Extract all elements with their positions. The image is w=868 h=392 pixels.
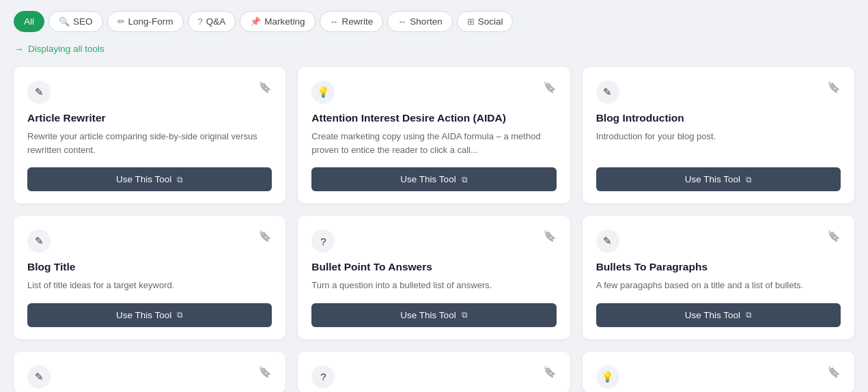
card-header-blog-introduction: ✎🔖 [596,81,841,104]
use-tool-btn-blog-introduction[interactable]: Use This Tool⧉ [596,167,841,191]
external-link-icon-bullet-point-answers: ⧉ [462,310,468,320]
bookmark-icon-blog-title[interactable]: 🔖 [258,229,272,242]
bookmark-icon-card7[interactable]: 🔖 [258,365,272,378]
use-tool-btn-bullet-point-answers[interactable]: Use This Tool⧉ [311,303,556,327]
external-link-icon-article-rewriter: ⧉ [177,175,183,184]
card-title-blog-title: Blog Title [27,261,272,273]
use-tool-label-blog-title: Use This Tool [116,310,171,320]
card-header-card7: ✎🔖 [27,365,272,389]
card-desc-blog-title: List of title ideas for a target keyword… [27,279,272,292]
use-tool-label-aida: Use This Tool [400,174,456,184]
use-tool-label-bullet-point-answers: Use This Tool [400,310,456,320]
card-question-icon: ? [311,365,335,389]
card-question-icon: ? [311,229,335,253]
tab-qa[interactable]: ?Q&A [188,11,236,32]
card-pencil-icon: ✎ [596,229,619,253]
card-header-bullet-point-answers: ?🔖 [311,229,556,253]
card-title-bullet-point-answers: Bullet Point To Answers [311,261,556,273]
arrow-icon: → [14,43,24,55]
tab-label-qa: Q&A [206,16,226,27]
tool-card-article-rewriter: ✎🔖Article RewriterRewrite your article c… [14,67,285,204]
card-bulb-icon: 💡 [311,81,335,104]
tab-label-all: All [24,16,34,27]
tab-icon-shorten: ↔ [397,16,406,27]
tab-icon-marketing: 📌 [250,16,261,27]
bookmark-icon-bullet-point-answers[interactable]: 🔖 [543,229,557,242]
card-title-article-rewriter: Article Rewriter [27,112,272,124]
tab-shorten[interactable]: ↔Shorten [387,11,452,32]
tab-icon-seo: 🔍 [59,16,70,27]
tool-card-card9: 💡🔖 [583,352,854,393]
tab-seo[interactable]: 🔍SEO [48,11,103,32]
bookmark-icon-bullets-to-paragraphs[interactable]: 🔖 [827,229,841,242]
tab-label-seo: SEO [73,16,93,27]
tool-card-bullets-to-paragraphs: ✎🔖Bullets To ParagraphsA few paragaphs b… [583,216,854,339]
card-title-bullets-to-paragraphs: Bullets To Paragraphs [596,261,841,273]
tool-card-card7: ✎🔖 [14,352,285,393]
tab-long-form[interactable]: ✏Long-Form [107,11,184,32]
tools-grid: ✎🔖Article RewriterRewrite your article c… [14,67,854,392]
tab-label-rewrite: Rewrite [342,16,374,27]
tool-card-blog-title: ✎🔖Blog TitleList of title ideas for a ta… [14,216,285,339]
tab-icon-long-form: ✏ [117,16,125,27]
use-tool-btn-aida[interactable]: Use This Tool⧉ [311,167,556,191]
tool-card-blog-introduction: ✎🔖Blog IntroductionIntroduction for your… [583,67,854,204]
card-desc-article-rewriter: Rewrite your article comparing side-by-s… [27,130,272,156]
tab-icon-qa: ? [198,16,203,27]
external-link-icon-bullets-to-paragraphs: ⧉ [746,310,752,320]
card-title-blog-introduction: Blog Introduction [596,112,841,124]
display-info-text: Displaying all tools [28,44,104,54]
use-tool-btn-blog-title[interactable]: Use This Tool⧉ [27,303,272,327]
bookmark-icon-article-rewriter[interactable]: 🔖 [258,81,272,94]
filter-tabs: All🔍SEO✏Long-Form?Q&A📌Marketing↔Rewrite↔… [14,11,854,32]
card-header-card8: ?🔖 [311,365,556,389]
card-header-blog-title: ✎🔖 [27,229,272,253]
tab-label-social: Social [478,16,503,27]
page-wrapper: All🔍SEO✏Long-Form?Q&A📌Marketing↔Rewrite↔… [0,0,868,392]
card-desc-aida: Create marketing copy using the AIDA for… [311,130,556,156]
card-header-aida: 💡🔖 [311,81,556,104]
tab-all[interactable]: All [14,11,44,32]
card-pencil-icon: ✎ [596,81,619,104]
bookmark-icon-card9[interactable]: 🔖 [827,365,841,378]
tab-rewrite[interactable]: ↔Rewrite [320,11,384,32]
tab-label-long-form: Long-Form [128,16,173,27]
card-header-bullets-to-paragraphs: ✎🔖 [596,229,841,253]
bookmark-icon-aida[interactable]: 🔖 [543,81,557,94]
display-info: → Displaying all tools [14,43,854,55]
tab-label-shorten: Shorten [410,16,442,27]
card-header-card9: 💡🔖 [596,365,841,389]
bookmark-icon-blog-introduction[interactable]: 🔖 [827,81,841,94]
use-tool-btn-article-rewriter[interactable]: Use This Tool⧉ [27,167,272,191]
card-header-article-rewriter: ✎🔖 [27,81,272,104]
card-pencil-icon: ✎ [27,81,51,104]
tab-icon-social: ⊞ [467,16,475,27]
card-desc-blog-introduction: Introduction for your blog post. [596,130,841,156]
use-tool-btn-bullets-to-paragraphs[interactable]: Use This Tool⧉ [596,303,841,327]
bookmark-icon-card8[interactable]: 🔖 [543,365,557,378]
tool-card-bullet-point-answers: ?🔖Bullet Point To AnswersTurn a question… [298,216,570,339]
card-bulb-icon: 💡 [596,365,619,389]
use-tool-label-bullets-to-paragraphs: Use This Tool [685,310,740,320]
tool-card-aida: 💡🔖Attention Interest Desire Action (AIDA… [298,67,570,204]
card-pencil-icon: ✎ [27,229,51,253]
external-link-icon-blog-title: ⧉ [177,310,183,320]
tool-card-card8: ?🔖 [298,352,570,393]
external-link-icon-blog-introduction: ⧉ [746,175,752,184]
tab-icon-rewrite: ↔ [330,16,339,27]
card-pencil-icon: ✎ [27,365,51,389]
card-desc-bullets-to-paragraphs: A few paragaphs based on a title and a l… [596,279,841,292]
use-tool-label-article-rewriter: Use This Tool [116,174,171,184]
external-link-icon-aida: ⧉ [462,175,468,184]
card-desc-bullet-point-answers: Turn a question into a bulleted list of … [311,279,556,292]
tab-social[interactable]: ⊞Social [457,11,514,32]
tab-label-marketing: Marketing [264,16,305,27]
use-tool-label-blog-introduction: Use This Tool [685,174,740,184]
card-title-aida: Attention Interest Desire Action (AIDA) [311,112,556,124]
tab-marketing[interactable]: 📌Marketing [240,11,315,32]
